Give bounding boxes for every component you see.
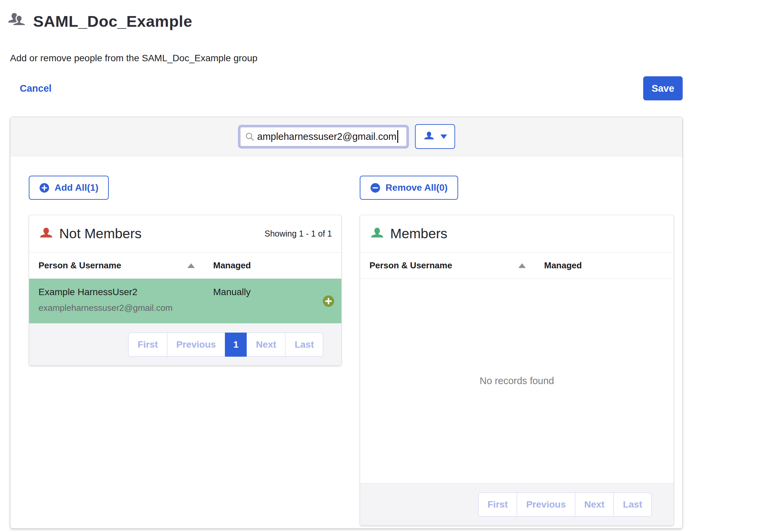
group-icon — [7, 11, 28, 31]
sort-asc-icon[interactable] — [518, 263, 526, 268]
pagination-next-button[interactable]: Next — [247, 333, 286, 357]
column-managed[interactable]: Managed — [544, 260, 664, 271]
pagination-previous-button[interactable]: Previous — [517, 493, 575, 517]
members-column: Remove All(0) Members Person & Username … — [360, 176, 674, 526]
managed-value: Manually — [213, 287, 318, 313]
search-bar-strip: ampleharnessuser2@gmail.com — [10, 117, 682, 156]
no-records-text: No records found — [480, 375, 554, 386]
members-header: Members — [360, 215, 674, 253]
search-icon — [245, 131, 255, 142]
not-members-person-icon — [38, 226, 54, 242]
members-person-icon — [369, 226, 385, 242]
members-table-header: Person & Username Managed — [360, 253, 674, 279]
save-button[interactable]: Save — [643, 76, 683, 100]
members-panel: Members Person & Username Managed No rec… — [360, 215, 674, 526]
search-focus-ring: ampleharnessuser2@gmail.com — [238, 125, 409, 149]
members-title: Members — [390, 226, 447, 242]
add-all-button[interactable]: Add All(1) — [29, 176, 109, 200]
empty-state: No records found — [360, 279, 674, 483]
group-membership-page: SAML_Doc_Example Add or remove people fr… — [0, 11, 766, 532]
not-members-panel: Not Members Showing 1 - 1 of 1 Person & … — [29, 215, 342, 366]
pagination-next-button[interactable]: Next — [575, 493, 614, 517]
chevron-down-icon — [440, 135, 447, 139]
not-members-table-header: Person & Username Managed — [29, 253, 341, 279]
pagination-last-button[interactable]: Last — [285, 333, 323, 357]
pagination-last-button[interactable]: Last — [613, 493, 652, 517]
actions-row: Cancel Save — [20, 76, 683, 100]
column-managed[interactable]: Managed — [213, 260, 332, 271]
page-subtitle: Add or remove people from the SAML_Doc_E… — [10, 53, 766, 64]
page-header: SAML_Doc_Example — [7, 11, 766, 31]
remove-all-label: Remove All(0) — [386, 182, 448, 193]
not-members-pagination: First Previous 1 Next Last — [128, 333, 323, 357]
membership-container: ampleharnessuser2@gmail.com Add All(1) — [10, 117, 683, 529]
pagination-previous-button[interactable]: Previous — [167, 333, 225, 357]
not-members-footer: First Previous 1 Next Last — [29, 323, 341, 365]
not-members-column: Add All(1) Not Members Showing 1 - 1 of … — [29, 176, 342, 526]
search-type-dropdown[interactable] — [415, 124, 455, 149]
cancel-link[interactable]: Cancel — [20, 83, 52, 94]
plus-circle-icon — [39, 183, 50, 193]
not-members-header: Not Members Showing 1 - 1 of 1 — [29, 215, 341, 253]
page-title: SAML_Doc_Example — [33, 12, 192, 30]
not-members-title: Not Members — [59, 226, 142, 242]
members-footer: First Previous Next Last — [360, 483, 674, 525]
person-username: exampleharnessuser2@gmail.com — [38, 303, 213, 313]
pagination-first-button[interactable]: First — [128, 333, 167, 357]
person-icon — [423, 130, 435, 143]
pagination-page-1-button[interactable]: 1 — [225, 333, 247, 357]
column-person-username[interactable]: Person & Username — [369, 260, 518, 271]
showing-count: Showing 1 - 1 of 1 — [264, 229, 332, 239]
add-all-label: Add All(1) — [55, 182, 98, 193]
remove-all-button[interactable]: Remove All(0) — [360, 176, 458, 200]
column-person-username[interactable]: Person & Username — [38, 260, 187, 271]
panels-area: Add All(1) Not Members Showing 1 - 1 of … — [10, 156, 682, 526]
person-cell: Example HarnessUser2 exampleharnessuser2… — [38, 287, 213, 313]
minus-circle-icon — [370, 183, 380, 193]
person-name: Example HarnessUser2 — [38, 287, 213, 297]
text-caret — [397, 130, 398, 143]
sort-asc-icon[interactable] — [187, 263, 195, 268]
table-row[interactable]: Example HarnessUser2 exampleharnessuser2… — [29, 279, 341, 323]
search-input-value: ampleharnessuser2@gmail.com — [257, 131, 397, 142]
search-input[interactable]: ampleharnessuser2@gmail.com — [240, 127, 407, 146]
members-pagination: First Previous Next Last — [478, 493, 652, 517]
pagination-first-button[interactable]: First — [478, 493, 517, 517]
add-person-icon[interactable] — [322, 295, 335, 307]
